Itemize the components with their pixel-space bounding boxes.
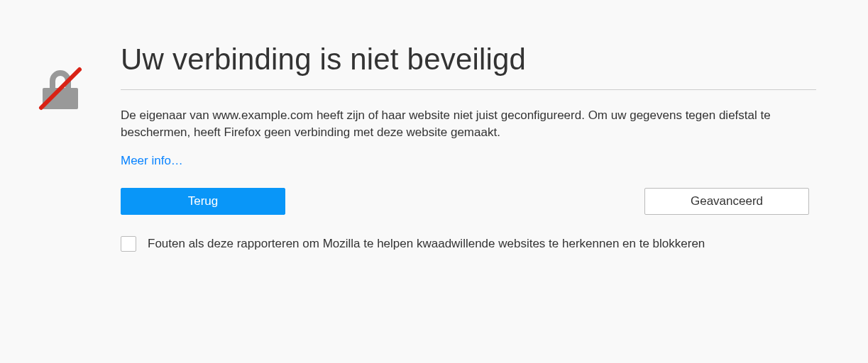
button-row: Terug Geavanceerd bbox=[121, 188, 809, 215]
back-button[interactable]: Terug bbox=[121, 188, 285, 215]
content-column: Uw verbinding is niet beveiligd De eigen… bbox=[121, 43, 816, 252]
more-info-link[interactable]: Meer info… bbox=[121, 154, 183, 168]
report-errors-row: Fouten als deze rapporteren om Mozilla t… bbox=[121, 236, 816, 252]
advanced-button[interactable]: Geavanceerd bbox=[644, 188, 809, 215]
page-title: Uw verbinding is niet beveiligd bbox=[121, 43, 816, 77]
icon-column bbox=[35, 43, 85, 116]
report-errors-checkbox[interactable] bbox=[121, 236, 136, 252]
report-errors-label: Fouten als deze rapporteren om Mozilla t… bbox=[148, 237, 705, 251]
error-page-container: Uw verbinding is niet beveiligd De eigen… bbox=[35, 43, 833, 252]
insecure-lock-icon bbox=[35, 64, 85, 113]
error-description: De eigenaar van www.example.com heeft zi… bbox=[121, 107, 774, 141]
title-divider bbox=[121, 89, 816, 90]
